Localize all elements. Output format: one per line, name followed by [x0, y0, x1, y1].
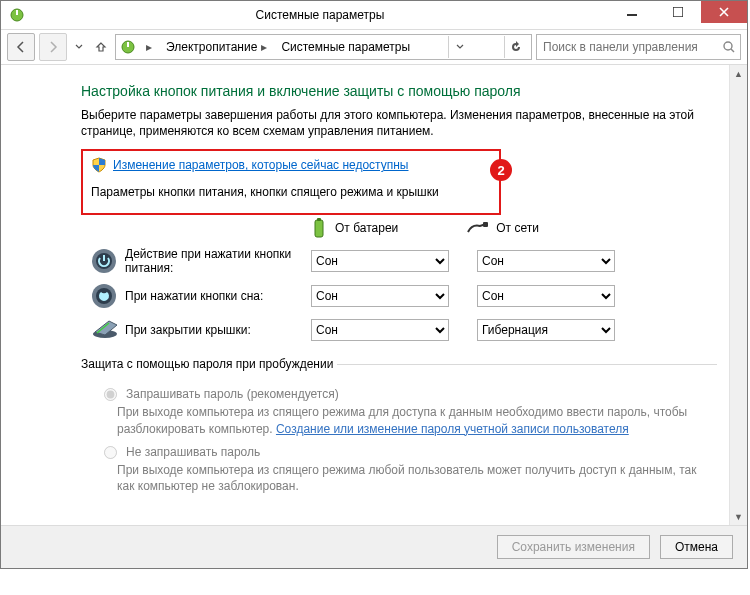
row-lid: При закрытии крышки: Сон Гибернация: [81, 317, 717, 343]
window: Системные параметры ▸ Электропитание▸ Си…: [0, 0, 748, 569]
battery-label: От батареи: [335, 221, 398, 235]
scroll-track[interactable]: [730, 82, 747, 508]
row-sleep-label: При нажатии кнопки сна:: [117, 289, 311, 303]
radio-no-password-desc: При выходе компьютера из спящего режима …: [117, 462, 697, 494]
power-options-icon: [9, 7, 25, 23]
address-bar[interactable]: ▸ Электропитание▸ Системные параметры: [115, 34, 532, 60]
ac-label: От сети: [496, 221, 539, 235]
radio-require-password-desc: При выходе компьютера из спящего режима …: [117, 404, 697, 436]
nav-history-dropdown[interactable]: [71, 34, 87, 60]
plug-icon: [466, 220, 488, 236]
radio-no-password-label: Не запрашивать пароль: [126, 445, 260, 459]
lid-icon: [91, 317, 117, 343]
svg-line-7: [731, 49, 734, 52]
scroll-up-icon[interactable]: ▲: [730, 65, 747, 82]
window-title: Системные параметры: [31, 8, 609, 22]
cancel-button[interactable]: Отмена: [660, 535, 733, 559]
radio-no-password: Не запрашивать пароль: [99, 445, 717, 459]
navbar: ▸ Электропитание▸ Системные параметры: [1, 30, 747, 65]
radio-require-password: Запрашивать пароль (рекомендуется): [99, 387, 717, 401]
group-legend: Защита с помощью пароля при пробуждении: [81, 357, 337, 371]
search-box[interactable]: [536, 34, 741, 60]
change-unavailable-settings-link[interactable]: Изменение параметров, которые сейчас нед…: [113, 158, 409, 172]
section-subheading: Параметры кнопки питания, кнопки спящего…: [91, 185, 491, 199]
svg-rect-2: [627, 14, 637, 16]
svg-rect-10: [483, 222, 488, 227]
breadcrumb-item-1[interactable]: Электропитание▸: [162, 40, 275, 54]
sleep-battery-select[interactable]: Сон: [311, 285, 449, 307]
save-button: Сохранить изменения: [497, 535, 650, 559]
row-lid-label: При закрытии крышки:: [117, 323, 311, 337]
titlebar: Системные параметры: [1, 1, 747, 30]
vertical-scrollbar[interactable]: ▲ ▼: [729, 65, 747, 525]
battery-icon: [311, 217, 327, 239]
radio-require-password-input: [104, 388, 117, 401]
annotation-badge: 2: [490, 159, 512, 181]
create-password-link[interactable]: Создание или изменение пароля учетной за…: [276, 422, 629, 436]
svg-rect-8: [315, 220, 323, 237]
radio-no-password-input: [104, 446, 117, 459]
search-icon: [722, 40, 736, 54]
sleep-ac-select[interactable]: Сон: [477, 285, 615, 307]
radio-require-password-label: Запрашивать пароль (рекомендуется): [126, 387, 339, 401]
svg-rect-1: [16, 10, 18, 15]
window-buttons: [609, 1, 747, 29]
nav-forward-button[interactable]: [39, 33, 67, 61]
scroll-down-icon[interactable]: ▼: [730, 508, 747, 525]
search-input[interactable]: [541, 39, 722, 55]
page-heading: Настройка кнопок питания и включение защ…: [81, 83, 717, 99]
shield-icon: [91, 157, 107, 173]
content-area: Настройка кнопок питания и включение защ…: [1, 65, 747, 525]
power-button-icon: [91, 248, 117, 274]
svg-point-6: [724, 42, 732, 50]
lid-ac-select[interactable]: Гибернация: [477, 319, 615, 341]
row-sleep-button: При нажатии кнопки сна: Сон Сон: [81, 283, 717, 309]
column-headers: От батареи От сети: [81, 217, 717, 239]
row-power-button: Действие при нажатии кнопки питания: Сон…: [81, 247, 717, 275]
row-power-label: Действие при нажатии кнопки питания:: [117, 247, 311, 275]
refresh-button[interactable]: [448, 36, 471, 58]
intro-text: Выберите параметры завершения работы для…: [81, 107, 701, 139]
power-options-icon: [120, 39, 136, 55]
maximize-button[interactable]: [655, 1, 701, 23]
close-button[interactable]: [701, 1, 747, 23]
breadcrumb-sep[interactable]: ▸: [138, 40, 160, 54]
password-protection-group: Защита с помощью пароля при пробуждении …: [81, 357, 717, 502]
highlight-box: Изменение параметров, которые сейчас нед…: [81, 149, 501, 215]
refresh-icon[interactable]: [504, 36, 527, 58]
power-battery-select[interactable]: Сон: [311, 250, 449, 272]
svg-rect-5: [127, 42, 129, 47]
power-ac-select[interactable]: Сон: [477, 250, 615, 272]
svg-rect-9: [317, 218, 321, 221]
sleep-button-icon: [91, 283, 117, 309]
nav-up-button[interactable]: [91, 34, 111, 60]
minimize-button[interactable]: [609, 1, 655, 23]
footer: Сохранить изменения Отмена: [1, 525, 747, 568]
svg-rect-3: [673, 7, 683, 17]
lid-battery-select[interactable]: Сон: [311, 319, 449, 341]
nav-back-button[interactable]: [7, 33, 35, 61]
breadcrumb-item-2[interactable]: Системные параметры: [277, 40, 414, 54]
